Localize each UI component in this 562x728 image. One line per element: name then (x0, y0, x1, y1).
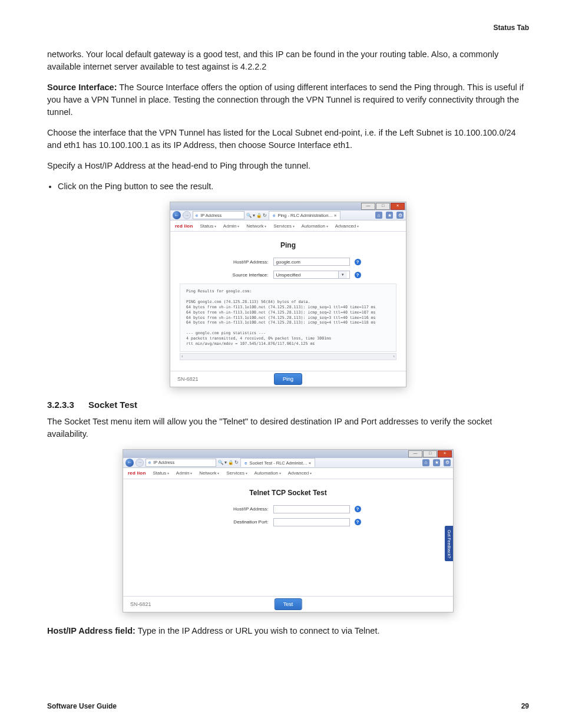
menu-advanced[interactable]: Advanced (335, 223, 359, 229)
nav-back-button[interactable]: ← (125, 459, 134, 467)
favorites-icon[interactable]: ★ (433, 459, 440, 466)
url-input[interactable]: e IP Address (146, 459, 216, 467)
url-tools-icon[interactable]: 🔍 ▾ 🔒 ↻ (246, 213, 267, 218)
text-source-interface: The Source Interface offers the option o… (47, 83, 524, 117)
home-icon[interactable]: ⌂ (422, 459, 429, 466)
paragraph-host-ip-field: Host/IP Address field: Type in the IP Ad… (47, 625, 529, 637)
help-icon[interactable]: ? (355, 519, 361, 525)
section-title: Socket Test (88, 400, 137, 410)
select-source-interface[interactable]: Unspecified ▾ (273, 271, 350, 279)
browser-tab-ping[interactable]: e Ping - RLC Administration… × (269, 211, 340, 220)
window-minimize-button[interactable]: — (361, 203, 375, 210)
scroll-right-icon[interactable]: › (393, 354, 395, 359)
tab-title: Ping - RLC Administration… × (277, 213, 336, 218)
menu-status[interactable]: Status (200, 223, 216, 229)
section-heading-socket-test: 3.2.3.3Socket Test (47, 400, 529, 410)
ie-icon: e (196, 213, 198, 218)
url-tools-icon[interactable]: 🔍 ▾ 🔒 ↻ (218, 460, 239, 465)
menu-automation[interactable]: Automation (302, 223, 328, 229)
app-menubar: red lion Status Admin Network Services A… (170, 220, 406, 232)
nav-back-button[interactable]: ← (173, 211, 181, 219)
menu-services[interactable]: Services (226, 470, 247, 476)
window-minimize-button[interactable]: — (408, 450, 422, 457)
paragraph-gateway: networks. Your local default gateway is … (47, 48, 529, 73)
label-host-ip: Host/IP Address: (216, 259, 269, 265)
ie-icon: e (148, 460, 151, 465)
menu-status[interactable]: Status (153, 470, 169, 476)
device-model: SN-6821 (130, 601, 151, 607)
nav-forward-button[interactable]: → (135, 459, 144, 467)
input-destination-port[interactable] (273, 518, 350, 526)
window-maximize-button[interactable]: □ (423, 450, 437, 457)
menu-advanced[interactable]: Advanced (288, 470, 312, 476)
browser-tool-icons: ⌂ ★ ⚙ (422, 459, 451, 466)
window-close-button[interactable]: × (438, 450, 452, 457)
feedback-tab[interactable]: Got Feedback? (445, 526, 453, 561)
panel-title-socket: Telnet TCP Socket Test (133, 489, 444, 497)
menu-automation[interactable]: Automation (254, 470, 281, 476)
help-icon[interactable]: ? (355, 272, 361, 278)
paragraph-specify-host: Specify a Host/IP Address at the head-en… (47, 160, 529, 172)
tab-favicon-icon: e (273, 213, 275, 218)
nav-forward-button[interactable]: → (183, 211, 191, 219)
browser-tool-icons: ⌂ ★ ⚙ (375, 212, 404, 219)
menu-services[interactable]: Services (273, 223, 294, 229)
input-host-ip[interactable]: google.com (273, 258, 350, 266)
input-host-ip-value: google.com (276, 259, 300, 265)
tab-favicon-icon: e (244, 460, 247, 466)
menu-admin[interactable]: Admin (223, 223, 239, 229)
label-destination-port: Destination Port: (216, 519, 269, 525)
url-text: IP Address (200, 213, 222, 218)
bullet-click-ping: Click on the Ping button to see the resu… (58, 180, 529, 193)
test-button[interactable]: Test (275, 598, 302, 610)
text-host-ip-field: Type in the IP Address or URL you wish t… (135, 626, 380, 635)
brand-logo: red lion (175, 223, 193, 229)
ping-button[interactable]: Ping (274, 373, 302, 385)
browser-address-bar: ← → e IP Address 🔍 ▾ 🔒 ↻ e Ping - RLC Ad… (170, 210, 406, 220)
device-model: SN-6821 (177, 376, 199, 382)
select-source-interface-value: Unspecified (276, 272, 301, 278)
browser-tab-socket[interactable]: e Socket Test - RLC Administ… × (240, 458, 315, 467)
screenshot-ping-window: — □ × ← → e IP Address 🔍 ▾ 🔒 ↻ e Ping - … (170, 202, 406, 387)
url-input[interactable]: e IP Address (193, 211, 244, 219)
bullet-list: Click on the Ping button to see the resu… (47, 180, 529, 193)
paragraph-source-interface: Source Interface: The Source Interface o… (47, 81, 529, 118)
chevron-down-icon: ▾ (338, 271, 347, 278)
paragraph-socket-test-intro: The Socket Test menu item will allow you… (47, 416, 529, 440)
label-host-ip-field: Host/IP Address field: (47, 626, 135, 635)
footer-page-number: 29 (521, 702, 529, 710)
label-source-interface-field: Source Interface: (216, 272, 269, 278)
app-menubar: red lion Status Admin Network Services A… (123, 468, 453, 479)
browser-address-bar: ← → e IP Address 🔍 ▾ 🔒 ↻ e Socket Test -… (123, 458, 453, 468)
window-titlebar: — □ × (123, 450, 453, 458)
horizontal-scrollbar[interactable]: ‹ › (180, 353, 396, 360)
help-icon[interactable]: ? (355, 506, 361, 512)
home-icon[interactable]: ⌂ (375, 212, 382, 219)
screenshot-socket-window: — □ × ← → e IP Address 🔍 ▾ 🔒 ↻ e Socket … (123, 450, 453, 612)
footer-title: Software User Guide (47, 702, 117, 710)
favorites-icon[interactable]: ★ (386, 212, 393, 219)
window-titlebar: — □ × (170, 202, 406, 210)
menu-network[interactable]: Network (199, 470, 219, 476)
label-host-ip: Host/IP Address: (216, 506, 269, 512)
paragraph-choose-interface: Choose the interface that the VPN Tunnel… (47, 127, 529, 151)
brand-logo: red lion (128, 470, 146, 476)
menu-network[interactable]: Network (246, 223, 266, 229)
settings-icon[interactable]: ⚙ (444, 459, 451, 466)
window-maximize-button[interactable]: □ (376, 203, 390, 210)
panel-title-ping: Ping (180, 241, 396, 249)
help-icon[interactable]: ? (355, 259, 361, 265)
tab-title: Socket Test - RLC Administ… × (249, 460, 311, 466)
scroll-left-icon[interactable]: ‹ (181, 354, 183, 359)
label-source-interface: Source Interface: (47, 83, 117, 92)
menu-admin[interactable]: Admin (176, 470, 192, 476)
window-close-button[interactable]: × (391, 203, 405, 210)
url-text: IP Address (153, 460, 174, 465)
ping-output-console: Ping Results for google.com: PING google… (180, 284, 396, 352)
section-number: 3.2.3.3 (47, 400, 88, 410)
settings-icon[interactable]: ⚙ (396, 212, 404, 219)
page-header-right: Status Tab (47, 24, 529, 32)
input-host-ip[interactable] (273, 505, 350, 513)
